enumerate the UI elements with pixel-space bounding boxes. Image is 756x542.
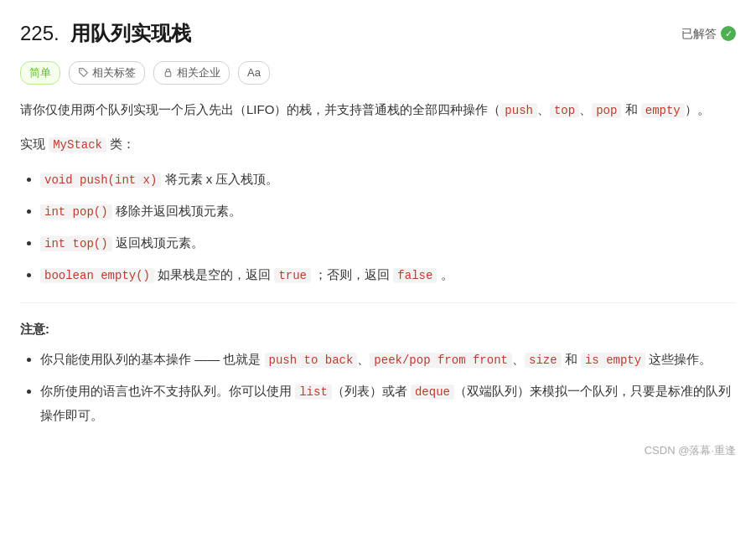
note-list: 你只能使用队列的基本操作 —— 也就是 push to back、peek/po… [20, 348, 736, 426]
true-code: true [274, 268, 311, 283]
is-empty-code: is empty [581, 353, 645, 368]
solved-label: 已解答 [681, 24, 717, 44]
method-empty-code: boolean empty() [40, 268, 154, 283]
deque-code: deque [411, 385, 454, 400]
top-code: top [550, 103, 579, 118]
problem-title-text: 用队列实现栈 [70, 22, 191, 44]
list-item: void push(int x) 将元素 x 压入栈顶。 [40, 168, 736, 191]
ops-code: push [500, 103, 537, 118]
tag-icon [78, 67, 89, 78]
method-top-code: int top() [40, 236, 112, 251]
intro-paragraph: 请你仅使用两个队列实现一个后入先出（LIFO）的栈，并支持普通栈的全部四种操作（… [20, 98, 736, 121]
note-title: 注意: [20, 318, 736, 340]
solved-badge: 已解答 ✓ [681, 24, 736, 44]
problem-number: 225. [20, 22, 60, 44]
tags-row: 简单 相关标签 相关企业 Aa [20, 61, 736, 85]
impl-title: 实现 MyStack 类： [20, 133, 736, 156]
method-push-code: void push(int x) [40, 173, 161, 188]
related-tags-button[interactable]: 相关标签 [69, 61, 145, 85]
header-row: 225. 用队列实现栈 已解答 ✓ [20, 17, 736, 51]
divider [20, 302, 736, 303]
font-size-button[interactable]: Aa [238, 61, 270, 85]
empty-code: empty [641, 103, 685, 118]
lock-icon [163, 67, 173, 78]
problem-title: 225. 用队列实现栈 [20, 17, 191, 51]
list-item: 你只能使用队列的基本操作 —— 也就是 push to back、peek/po… [40, 348, 736, 371]
svg-rect-1 [165, 72, 171, 77]
push-to-back-code: push to back [265, 353, 358, 368]
list-item: int top() 返回栈顶元素。 [40, 231, 736, 255]
peek-pop-code: peek/pop from front [370, 353, 512, 368]
pop-code: pop [592, 103, 621, 118]
mystack-code: MyStack [49, 137, 106, 152]
list-code: list [295, 385, 332, 400]
difficulty-tag[interactable]: 简单 [20, 61, 60, 85]
list-item: int pop() 移除并返回栈顶元素。 [40, 199, 736, 223]
list-item: boolean empty() 如果栈是空的，返回 true ；否则，返回 fa… [40, 263, 736, 286]
size-code: size [525, 353, 562, 368]
related-company-button[interactable]: 相关企业 [153, 61, 230, 85]
method-pop-code: int pop() [40, 204, 112, 219]
footer: CSDN @落幕·重逢 [20, 441, 736, 460]
solved-check-icon: ✓ [721, 26, 736, 41]
false-code: false [393, 268, 437, 283]
svg-point-0 [80, 70, 82, 72]
list-item: 你所使用的语言也许不支持队列。你可以使用 list（列表）或者 deque（双端… [40, 379, 736, 426]
methods-list: void push(int x) 将元素 x 压入栈顶。 int pop() 移… [20, 168, 736, 287]
